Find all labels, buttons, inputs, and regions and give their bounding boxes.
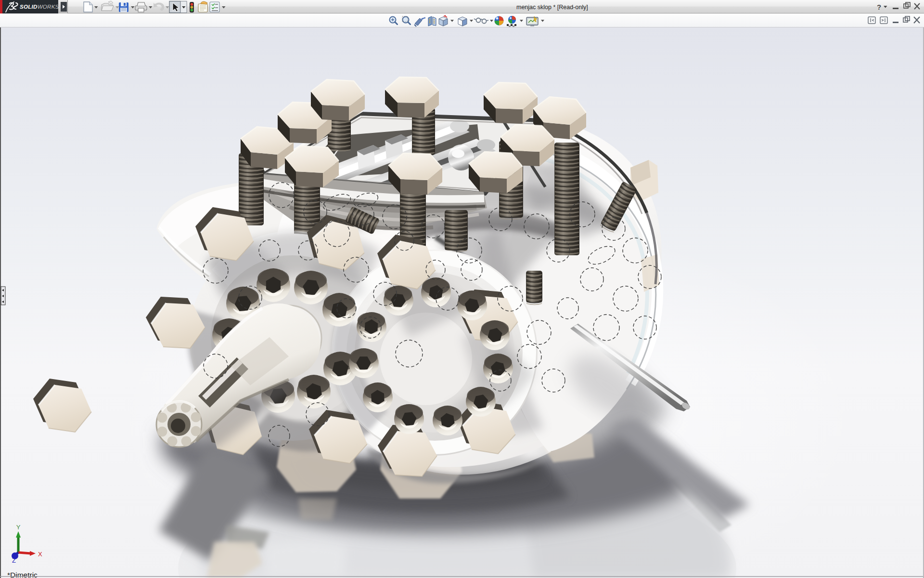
svg-text:X: X	[38, 551, 42, 558]
svg-text:Z: Z	[12, 557, 16, 564]
svg-text:*Dimetric: *Dimetric	[7, 571, 38, 578]
svg-text:?: ?	[877, 3, 881, 11]
svg-text:Y: Y	[16, 524, 21, 531]
